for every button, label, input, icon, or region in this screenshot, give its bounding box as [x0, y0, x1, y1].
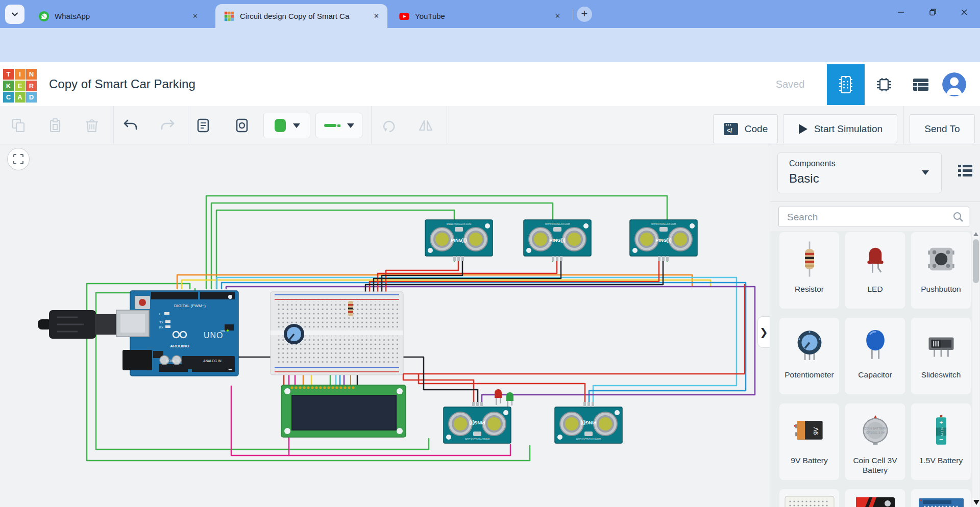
logo-cell: I: [15, 69, 26, 80]
potentiometer-icon: [779, 322, 839, 368]
ultrasonic-sensor-2[interactable]: [524, 220, 591, 261]
scrollbar-thumb[interactable]: [973, 239, 979, 283]
component-card-battery15[interactable]: +−AA 1.5V1.5V Battery: [911, 403, 971, 480]
restore-button[interactable]: [917, 0, 948, 24]
scroll-down-icon[interactable]: [973, 500, 979, 505]
component-card-board-blue[interactable]: [911, 489, 971, 507]
tab-close-icon[interactable]: ✕: [371, 11, 382, 21]
svg-text:</: </: [727, 127, 732, 134]
green-led[interactable]: [506, 392, 513, 407]
battery9v-icon: 9V: [779, 408, 839, 453]
chevron-down-icon: [293, 123, 300, 128]
usb-cable[interactable]: [38, 310, 118, 339]
potentiometer-on-breadboard[interactable]: [284, 324, 304, 344]
window-controls: [885, 0, 980, 24]
color-swatch-icon: [274, 118, 287, 133]
rotate-icon[interactable]: [380, 117, 397, 134]
panel-scrollbar[interactable]: [972, 231, 979, 507]
ultrasonic-sensor-1[interactable]: [425, 220, 493, 261]
component-search[interactable]: [778, 207, 969, 227]
paste-icon[interactable]: [47, 117, 63, 134]
mirror-icon[interactable]: [418, 117, 434, 134]
browser-tab-1[interactable]: WhatsApp✕: [30, 4, 206, 28]
arduino-power-label: POWER: [166, 359, 179, 363]
wire-red[interactable]: [403, 374, 474, 402]
resistor-icon: [779, 236, 839, 282]
notes-icon[interactable]: [195, 117, 211, 134]
ultrasonic-sensor-4[interactable]: [444, 402, 511, 443]
breadboard[interactable]: [271, 292, 403, 375]
search-input[interactable]: [786, 207, 946, 227]
logo-cell: A: [15, 92, 26, 103]
browser-tab-3[interactable]: YouTube✕: [390, 4, 569, 28]
slideswitch-icon: [911, 322, 971, 368]
component-card-pushbutton[interactable]: Pushbutton: [911, 232, 971, 309]
arduino-digital-label: DIGITAL (PWM~): [174, 303, 206, 308]
zoom-to-fit-button[interactable]: [7, 148, 30, 170]
resistor-on-breadboard[interactable]: [348, 301, 353, 316]
component-label: Capacitor: [846, 370, 904, 379]
component-card-resistor[interactable]: Resistor: [779, 232, 839, 309]
breadboard-sliver-icon: [779, 490, 839, 507]
components-category-dropdown[interactable]: Components Basic: [777, 153, 942, 193]
delete-icon[interactable]: [84, 117, 100, 134]
board-red-icon: [845, 490, 905, 507]
redo-icon[interactable]: [159, 117, 176, 134]
board-blue-icon: [911, 490, 971, 507]
component-label: Resistor: [780, 284, 838, 294]
component-card-battery9v[interactable]: 9V9V Battery: [779, 403, 839, 480]
red-led[interactable]: [495, 389, 502, 405]
wire-magenta[interactable]: [231, 386, 289, 455]
circuit-canvas[interactable]: WWW.PARALLAX.COM PING))): [0, 144, 770, 507]
label-visibility-icon[interactable]: [234, 117, 250, 134]
ultrasonic-sensor-5[interactable]: [555, 402, 622, 443]
code-button[interactable]: </ Code: [713, 114, 778, 143]
led-icon: [845, 236, 905, 282]
svg-text:AA 1.5V: AA 1.5V: [940, 427, 943, 437]
color-dropdown[interactable]: [263, 113, 310, 138]
component-label: LED: [846, 284, 904, 294]
tab-search-button[interactable]: [5, 5, 24, 24]
circuit-view-button[interactable]: [827, 64, 865, 105]
start-simulation-button[interactable]: Start Simulation: [783, 114, 897, 143]
arduino-brand-label: ARDUINO: [170, 344, 189, 348]
user-avatar[interactable]: [942, 72, 966, 96]
component-card-potentiometer[interactable]: Potentiometer: [779, 318, 839, 394]
browser-window: WhatsApp✕Circuit design Copy of Smart Ca…: [0, 0, 980, 507]
panel-collapse-button[interactable]: ❯: [757, 316, 770, 348]
tab-close-icon[interactable]: ✕: [552, 11, 564, 21]
code-button-label: Code: [745, 123, 768, 135]
undo-icon[interactable]: [122, 117, 139, 134]
toolbar-divider: [371, 106, 372, 144]
close-button[interactable]: [948, 0, 980, 24]
arduino-on-label: ON: [220, 329, 225, 333]
component-card-breadboard-sliver[interactable]: [779, 489, 839, 507]
component-list-view-button[interactable]: [904, 64, 937, 105]
lcd-display[interactable]: [281, 385, 406, 437]
wire-type-dropdown[interactable]: [315, 113, 362, 138]
tab-close-icon[interactable]: ✕: [189, 11, 201, 21]
arduino-uno-board[interactable]: DIGITAL (PWM~) L TX RX UNO ARDUINO ON PO…: [116, 291, 238, 376]
circuit-drawing: WWW.PARALLAX.COM PING))): [0, 144, 770, 507]
component-card-slideswitch[interactable]: Slideswitch: [911, 318, 971, 394]
tab-title: WhatsApp: [55, 12, 189, 20]
component-card-board-red[interactable]: [845, 489, 905, 507]
logo-cell: E: [15, 81, 26, 91]
list-view-icon[interactable]: [957, 164, 973, 178]
component-card-coincell[interactable]: COIN BATTERYCR2032 3.0VCoin Cell 3V Batt…: [845, 403, 905, 480]
design-title[interactable]: Copy of Smart Car Parking: [49, 62, 195, 106]
ultrasonic-sensor-3[interactable]: [630, 220, 697, 261]
copy-icon[interactable]: [10, 117, 27, 134]
browser-tab-2[interactable]: Circuit design Copy of Smart Ca✕: [215, 4, 387, 28]
component-card-capacitor[interactable]: Capacitor: [845, 318, 905, 394]
capacitor-icon: [845, 322, 905, 368]
minimize-button[interactable]: [885, 0, 917, 24]
tab-divider: [573, 9, 573, 20]
component-card-led[interactable]: LED: [845, 232, 905, 309]
scroll-up-icon[interactable]: [973, 232, 978, 236]
tinkercad-logo[interactable]: TINKERCAD: [3, 69, 38, 104]
code-view-button[interactable]: [868, 64, 900, 105]
new-tab-button[interactable]: +: [577, 7, 592, 22]
send-to-button[interactable]: Send To: [910, 114, 975, 143]
toolbar-divider: [447, 106, 447, 144]
